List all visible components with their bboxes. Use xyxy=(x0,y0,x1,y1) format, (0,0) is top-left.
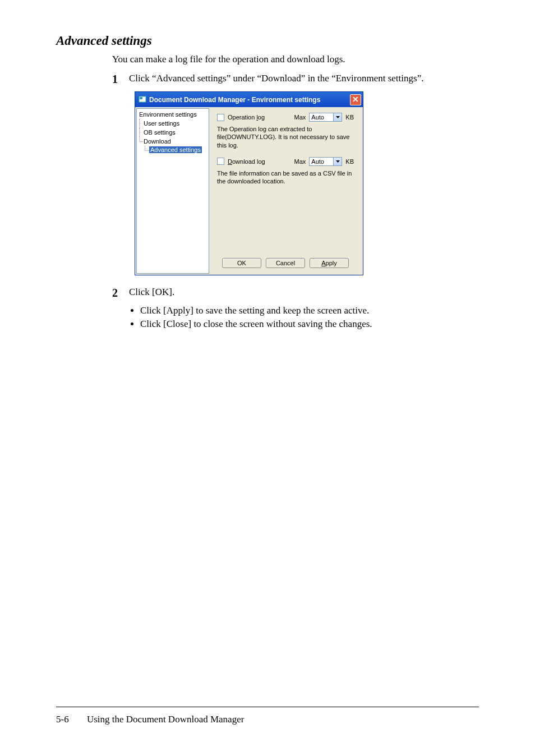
titlebar: Document Download Manager - Environment … xyxy=(135,92,363,107)
apply-button[interactable]: Apply xyxy=(310,258,349,268)
svg-marker-2 xyxy=(336,116,340,118)
max-label: Max xyxy=(294,114,306,121)
operation-log-max-dropdown[interactable] xyxy=(334,113,342,122)
dialog-screenshot: Document Download Manager - Environment … xyxy=(135,91,479,275)
max-label-2: Max xyxy=(294,158,306,165)
cancel-button[interactable]: Cancel xyxy=(266,258,305,268)
operation-log-checkbox[interactable] xyxy=(217,114,224,121)
settings-tree[interactable]: Environment settings User settings OB se… xyxy=(136,108,209,274)
close-icon: ✕ xyxy=(352,95,359,104)
step-2-number: 2 xyxy=(112,287,123,299)
chevron-down-icon xyxy=(336,160,340,163)
download-log-label: Download log xyxy=(228,158,265,165)
tree-root[interactable]: Environment settings xyxy=(138,110,207,119)
download-log-desc: The file information can be saved as a C… xyxy=(217,169,354,186)
step-2: 2 Click [OK]. xyxy=(112,287,479,299)
operation-log-max-value[interactable]: Auto xyxy=(309,113,334,122)
bullet-apply: Click [Apply] to save the setting and ke… xyxy=(140,305,479,316)
footer-title: Using the Document Download Manager xyxy=(87,714,244,725)
dialog-button-row: OK Cancel Apply xyxy=(217,241,354,271)
titlebar-text: Document Download Manager - Environment … xyxy=(149,96,320,104)
app-icon xyxy=(139,95,146,105)
download-log-max-value[interactable]: Auto xyxy=(309,157,334,166)
ok-button[interactable]: OK xyxy=(222,258,261,268)
tree-advanced-label: Advanced settings xyxy=(149,146,202,153)
environment-settings-dialog: Document Download Manager - Environment … xyxy=(135,91,363,275)
download-log-max-combo[interactable]: Auto xyxy=(309,157,342,166)
download-log-checkbox[interactable] xyxy=(217,158,224,165)
step-2-text: Click [OK]. xyxy=(129,287,174,299)
tree-advanced-settings[interactable]: Advanced settings xyxy=(148,146,207,154)
download-log-row: Download log Max Auto KB xyxy=(217,157,354,166)
operation-log-max-combo[interactable]: Auto xyxy=(309,113,342,122)
step-1-text: Click “Advanced settings” under “Downloa… xyxy=(129,73,423,86)
tree-user-settings[interactable]: User settings xyxy=(142,119,207,128)
operation-log-label: Operation log xyxy=(228,114,265,121)
page-footer: 5-6 Using the Document Download Manager xyxy=(56,707,479,725)
svg-marker-3 xyxy=(336,160,340,163)
operation-log-desc: The Operation log can extracted to file(… xyxy=(217,125,354,149)
tree-download[interactable]: Download xyxy=(142,137,207,146)
chevron-down-icon xyxy=(336,116,340,118)
operation-log-row: Operation log Max Auto KB xyxy=(217,113,354,122)
section-title: Advanced settings xyxy=(56,34,479,48)
kb-label-2: KB xyxy=(345,158,354,165)
download-log-max-dropdown[interactable] xyxy=(334,157,342,166)
step-1: 1 Click “Advanced settings” under “Downl… xyxy=(112,73,479,86)
settings-pane: Operation log Max Auto KB The Operation … xyxy=(210,107,363,275)
bullet-close: Click [Close] to close the screen withou… xyxy=(140,319,479,330)
step-1-number: 1 xyxy=(112,73,123,86)
tree-ob-settings[interactable]: OB settings xyxy=(142,128,207,137)
page-number: 5-6 xyxy=(56,714,69,725)
close-button[interactable]: ✕ xyxy=(350,94,361,105)
intro-text: You can make a log file for the operatio… xyxy=(112,54,479,65)
kb-label: KB xyxy=(345,114,354,121)
svg-rect-1 xyxy=(140,97,142,99)
bullet-list: Click [Apply] to save the setting and ke… xyxy=(129,305,479,330)
